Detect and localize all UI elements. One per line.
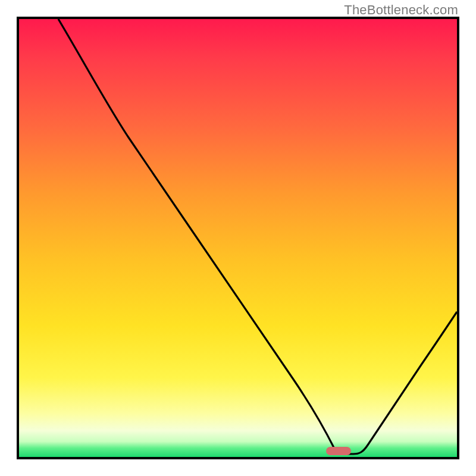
watermark-label: TheBottleneck.com: [344, 2, 458, 18]
optimal-marker: [326, 447, 351, 455]
chart-background-gradient: [19, 19, 457, 457]
chart-frame: [17, 17, 459, 459]
